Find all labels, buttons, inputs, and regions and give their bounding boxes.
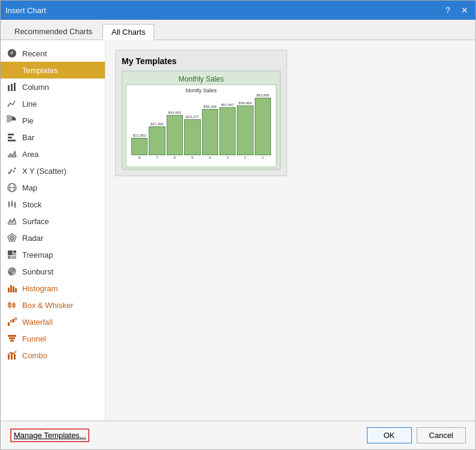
waterfall-icon — [7, 316, 17, 327]
stock-icon — [7, 199, 17, 210]
sidebar-item-treemap[interactable]: Treemap — [1, 246, 105, 263]
sidebar-label-area: Area — [22, 150, 38, 159]
bar-label: 1 — [262, 156, 264, 159]
svg-rect-42 — [10, 320, 12, 322]
chart-preview-title: Monthly Sales — [126, 75, 276, 83]
sidebar-label-pie: Pie — [22, 116, 34, 125]
sidebar-item-map[interactable]: Map — [1, 179, 105, 196]
svg-rect-3 — [13, 71, 16, 74]
sidebar-item-funnel[interactable]: Funnel — [1, 330, 105, 347]
map-icon — [7, 182, 17, 193]
sidebar-label-surface: Surface — [22, 217, 49, 226]
sidebar-item-stock[interactable]: Stock — [1, 196, 105, 213]
sidebar-item-waterfall[interactable]: Waterfall — [1, 313, 105, 330]
svg-rect-0 — [8, 66, 11, 70]
sidebar-item-bar[interactable]: Bar — [1, 129, 105, 146]
bar-label: 2 — [244, 156, 246, 159]
sidebar-item-histogram[interactable]: Histogram — [1, 280, 105, 297]
sidebar-item-radar[interactable]: Radar — [1, 229, 105, 246]
svg-rect-47 — [10, 340, 14, 342]
insert-chart-dialog: Insert Chart ? ✕ Recommended Charts All … — [0, 0, 476, 450]
tab-all-charts[interactable]: All Charts — [103, 24, 154, 40]
svg-rect-5 — [11, 84, 13, 91]
treemap-icon — [7, 249, 17, 260]
bar-label: 5 — [191, 156, 193, 159]
svg-point-14 — [14, 168, 16, 170]
sidebar-item-box-whisker[interactable]: Box & Whisker — [1, 297, 105, 313]
sidebar-item-area[interactable]: Area — [1, 146, 105, 162]
svg-rect-49 — [11, 353, 13, 360]
sidebar-item-surface[interactable]: Surface — [1, 213, 105, 229]
chart-preview: Monthly Sales Montly Sales $11,9538$21,3… — [122, 71, 281, 170]
sidebar-item-scatter[interactable]: X Y (Scatter) — [1, 162, 105, 179]
sidebar-label-sunburst: Sunburst — [22, 267, 53, 276]
surface-icon — [7, 216, 17, 226]
bar-label: 4 — [209, 156, 211, 159]
sidebar-item-recent[interactable]: Recent — [1, 45, 105, 62]
svg-point-12 — [11, 170, 13, 171]
svg-rect-35 — [13, 286, 14, 292]
svg-rect-4 — [8, 85, 10, 91]
sidebar-label-line: Line — [22, 99, 37, 108]
sidebar-item-column[interactable]: Column — [1, 78, 105, 95]
svg-rect-50 — [14, 354, 16, 360]
help-button[interactable]: ? — [442, 4, 454, 16]
sidebar-item-pie[interactable]: Pie — [1, 112, 105, 129]
combo-icon — [7, 350, 17, 361]
tabs-bar: Recommended Charts All Charts — [1, 20, 475, 40]
sidebar-label-templates: Templates — [22, 66, 58, 75]
ok-button[interactable]: OK — [367, 427, 412, 443]
bars-area: $11,9538$21,3927$41,8626$10,2775$56,1684… — [129, 95, 273, 159]
sidebar-label-scatter: X Y (Scatter) — [22, 167, 67, 176]
funnel-icon — [7, 333, 17, 344]
svg-marker-26 — [10, 235, 14, 240]
bar-group: $56,1684 — [202, 105, 218, 159]
sidebar-item-combo[interactable]: Combo — [1, 347, 105, 364]
bar-value: $56,168 — [203, 105, 216, 108]
bar-group: $11,9538 — [131, 134, 147, 159]
bar-label: 3 — [227, 156, 228, 159]
svg-rect-30 — [8, 256, 11, 259]
bar-rect — [219, 107, 236, 155]
cancel-button[interactable]: Cancel — [417, 427, 466, 443]
svg-rect-46 — [9, 337, 15, 339]
sidebar-item-sunburst[interactable]: Sunburst — [1, 263, 105, 280]
chart-inner: Montly Sales $11,9538$21,3927$41,8626$10… — [126, 84, 276, 167]
bar-rect — [237, 105, 253, 155]
svg-rect-27 — [8, 250, 13, 255]
svg-rect-6 — [14, 83, 16, 91]
svg-rect-29 — [13, 253, 16, 255]
bar-value: $11,953 — [133, 134, 146, 137]
svg-rect-7 — [8, 134, 14, 135]
template-section: My Templates Monthly Sales Montly Sales … — [115, 50, 287, 176]
manage-templates-button[interactable]: Manage Templates... — [10, 428, 89, 442]
dialog-title: Insert Chart — [5, 6, 46, 15]
bar-value: $21,392 — [150, 122, 164, 126]
bar-group: $10,2775 — [184, 115, 200, 159]
templates-icon — [7, 65, 17, 75]
bar-group: $21,3927 — [149, 122, 165, 159]
pie-icon — [7, 115, 17, 126]
histogram-icon — [7, 283, 17, 294]
title-bar: Insert Chart ? ✕ — [1, 1, 475, 20]
bar-label: 7 — [156, 156, 158, 159]
sidebar-label-column: Column — [22, 83, 49, 92]
radar-icon — [7, 232, 17, 243]
svg-rect-44 — [15, 318, 17, 320]
area-icon — [7, 149, 17, 159]
sidebar-item-templates[interactable]: Templates — [1, 62, 105, 78]
bar-rect — [255, 98, 271, 155]
svg-rect-9 — [8, 140, 16, 141]
sidebar-label-funnel: Funnel — [22, 334, 46, 343]
sidebar-label-map: Map — [22, 183, 37, 192]
bar-label: 6 — [174, 156, 176, 159]
tab-recommended[interactable]: Recommended Charts — [5, 23, 101, 40]
svg-rect-31 — [11, 256, 16, 259]
svg-rect-41 — [8, 322, 10, 326]
bar-value: $57,467 — [221, 103, 234, 107]
sidebar-label-histogram: Histogram — [22, 284, 58, 293]
bar-value: $41,862 — [168, 111, 182, 114]
close-button[interactable]: ✕ — [459, 4, 471, 16]
bar-rect — [167, 115, 183, 155]
sidebar-item-line[interactable]: Line — [1, 95, 105, 112]
